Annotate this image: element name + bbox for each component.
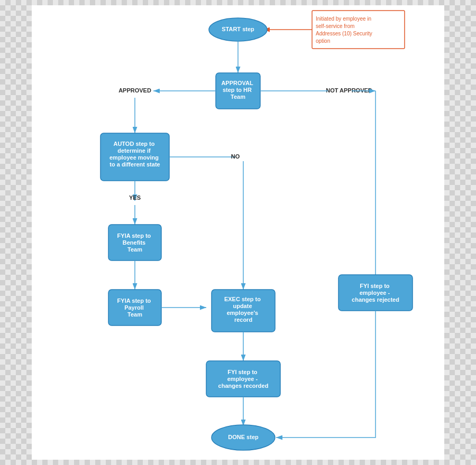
done-label: DONE step xyxy=(228,434,259,440)
fyi-rejected-to-done-connector xyxy=(276,311,376,438)
yes-label: YES xyxy=(129,194,141,201)
not-approved-label: NOT APPROVED xyxy=(326,87,372,94)
start-label: START step xyxy=(222,26,254,32)
no-label: NO xyxy=(231,153,240,160)
diagram-container: Initiated by employee in self-service fr… xyxy=(32,5,444,460)
autod-label: AUTOD step to determine if employee movi… xyxy=(109,141,160,168)
approved-label: APPROVED xyxy=(118,87,151,94)
